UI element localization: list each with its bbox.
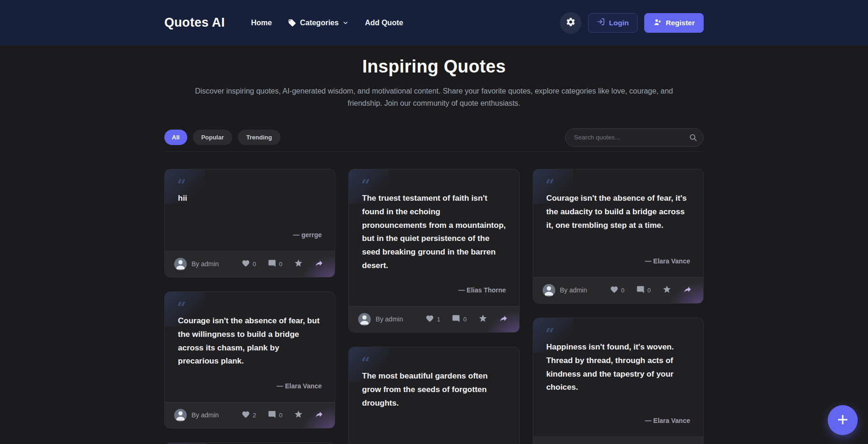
quote-card-footer: By admin 0 0: [533, 277, 703, 303]
settings-button[interactable]: [560, 12, 581, 34]
quote-mark-icon: “: [361, 177, 370, 193]
quote-card-body: “ Happiness isn't found, it's woven. Thr…: [533, 318, 703, 437]
filter-tab-trending[interactable]: Trending: [238, 130, 280, 145]
search-input[interactable]: [565, 128, 704, 147]
avatar: [543, 284, 555, 297]
avatar: [174, 409, 187, 422]
heart-icon: [610, 285, 618, 295]
quote-text: hii: [178, 192, 322, 223]
share-button[interactable]: [315, 410, 324, 420]
heart-icon: [242, 259, 250, 269]
brand-logo[interactable]: Quotes AI: [164, 15, 225, 30]
comment-count: 0: [647, 287, 651, 294]
filter-tab-all[interactable]: All: [164, 130, 187, 145]
like-count: 0: [253, 261, 256, 268]
quote-author: — gerrge: [178, 231, 322, 239]
quote-card-footer: [533, 437, 703, 444]
quote-card-body: “ Courage isn't the absence of fear, it'…: [533, 169, 703, 277]
like-button[interactable]: 0: [242, 259, 256, 269]
page-subtitle: Discover inspiring quotes, AI-generated …: [177, 85, 691, 109]
quote-text: Courage isn't the absence of fear, but t…: [178, 314, 322, 374]
grid-column-2: “ The truest testament of faith isn't fo…: [348, 169, 519, 444]
comment-icon: [452, 314, 460, 324]
comment-button[interactable]: 0: [268, 410, 282, 420]
quote-card-footer: By admin 1 0: [349, 306, 519, 332]
comment-count: 0: [463, 316, 466, 323]
grid-column-1: “ hii — gerrge By admin 0: [164, 169, 335, 444]
quote-text: Happiness isn't found, it's woven. Threa…: [546, 341, 690, 408]
quote-author: — Elara Vance: [546, 417, 690, 424]
add-quote-fab[interactable]: [828, 405, 858, 435]
by-label: By admin: [191, 260, 219, 268]
favorite-button[interactable]: [662, 285, 671, 295]
quote-author: — Elias Thorne: [362, 286, 506, 294]
page-title: Inspiring Quotes: [0, 57, 868, 77]
quote-card-footer: By admin 2 0: [165, 402, 335, 428]
quote-mark-icon: “: [545, 177, 555, 193]
quotes-grid: “ hii — gerrge By admin 0: [164, 169, 704, 444]
share-button[interactable]: [499, 314, 508, 324]
author-byline[interactable]: By admin: [358, 313, 403, 326]
quote-text: The truest testament of faith isn't foun…: [362, 192, 506, 278]
heart-icon: [242, 410, 250, 420]
card-stats: 0 0: [610, 285, 694, 295]
avatar: [174, 258, 187, 270]
comment-count: 0: [279, 261, 282, 268]
grid-column-3: “ Courage isn't the absence of fear, it'…: [533, 169, 704, 444]
login-button[interactable]: Login: [588, 13, 638, 33]
star-icon: [294, 259, 303, 269]
filter-toolbar: All Popular Trending: [164, 128, 704, 152]
quote-card-body: “ Courage isn't the absence of fear, but…: [165, 292, 335, 402]
register-button[interactable]: Register: [644, 13, 704, 33]
author-byline[interactable]: By admin: [174, 409, 219, 422]
nav-home[interactable]: Home: [251, 19, 272, 27]
filter-tab-popular[interactable]: Popular: [193, 130, 232, 145]
like-count: 1: [437, 316, 440, 323]
tag-icon: [288, 19, 296, 27]
plus-icon: [836, 413, 850, 428]
quote-mark-icon: “: [361, 355, 370, 371]
nav-add-quote[interactable]: Add Quote: [365, 19, 403, 27]
quote-card-body: “ hii — gerrge: [165, 169, 335, 251]
favorite-button[interactable]: [478, 314, 487, 324]
quote-card-body: “ The most beautiful gardens often grow …: [349, 347, 519, 444]
share-button[interactable]: [683, 285, 692, 295]
avatar: [358, 313, 371, 326]
quote-card: “ Courage isn't the absence of fear, but…: [164, 291, 335, 429]
like-button[interactable]: 1: [426, 314, 440, 324]
comment-button[interactable]: 0: [452, 314, 466, 324]
nav-links: Home Categories Add Quote: [251, 19, 403, 27]
like-button[interactable]: 0: [610, 285, 625, 295]
favorite-button[interactable]: [294, 259, 303, 269]
nav-categories[interactable]: Categories: [288, 19, 349, 27]
author-byline[interactable]: By admin: [543, 284, 587, 297]
favorite-button[interactable]: [294, 410, 303, 420]
quote-card: “ The most beautiful gardens often grow …: [348, 347, 519, 444]
quote-mark-icon: “: [177, 299, 186, 315]
comment-count: 0: [279, 412, 282, 419]
by-label: By admin: [375, 315, 403, 323]
card-stats: 1 0: [426, 314, 509, 324]
comment-button[interactable]: 0: [636, 285, 651, 295]
share-icon: [683, 285, 692, 295]
card-stats: 2 0: [242, 410, 325, 420]
quote-card: “ Happiness isn't found, it's woven. Thr…: [533, 318, 704, 444]
quote-mark-icon: “: [177, 177, 186, 193]
by-label: By admin: [560, 286, 587, 294]
share-icon: [315, 259, 324, 269]
quote-card-footer: By admin 0 0: [165, 251, 335, 277]
like-button[interactable]: 2: [242, 410, 256, 420]
by-label: By admin: [191, 411, 219, 419]
chevron-down-icon: [342, 20, 349, 26]
comment-button[interactable]: 0: [268, 259, 282, 269]
card-stats: 0 0: [242, 259, 325, 269]
share-icon: [499, 314, 508, 324]
comment-icon: [636, 285, 645, 295]
quote-card: “ The truest testament of faith isn't fo…: [348, 169, 519, 333]
quote-author: — Elara Vance: [178, 382, 322, 390]
like-count: 2: [253, 412, 256, 419]
like-count: 0: [621, 287, 625, 294]
share-button[interactable]: [315, 259, 324, 269]
quote-card-body: “ The truest testament of faith isn't fo…: [349, 169, 519, 306]
author-byline[interactable]: By admin: [174, 258, 219, 270]
